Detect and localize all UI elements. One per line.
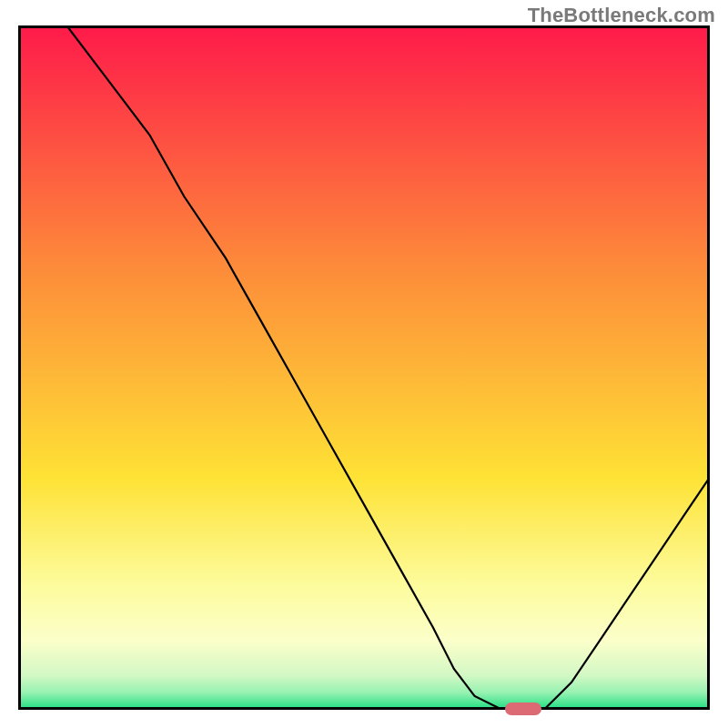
chart-container: TheBottleneck.com	[0, 0, 728, 728]
plot-frame	[18, 25, 710, 710]
watermark-label: TheBottleneck.com	[528, 4, 715, 27]
optimal-marker	[505, 703, 541, 715]
bottleneck-chart	[18, 25, 710, 710]
plot-background	[18, 25, 710, 710]
